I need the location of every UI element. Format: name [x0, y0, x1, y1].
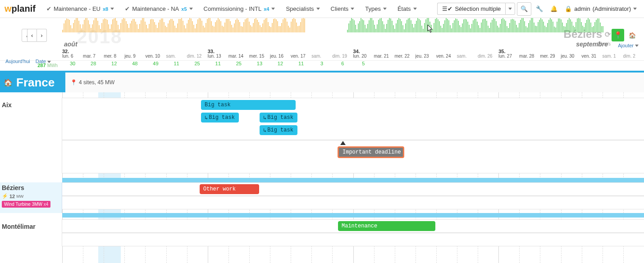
caret-icon: [633, 8, 637, 10]
stat-cell: [395, 61, 416, 70]
home-icon: 🏠: [4, 78, 13, 87]
day-cell: sam. 1: [602, 54, 623, 60]
region-header-row: 🏠 France 📍 4 sites, 45 MW: [0, 73, 644, 92]
task-big-child-1[interactable]: ↳Big task: [201, 113, 239, 122]
day-cell: jeu. 30: [561, 54, 581, 60]
turbine-tag[interactable]: Wind Turbine 3MW x4: [2, 201, 50, 208]
nav-types[interactable]: Types: [361, 3, 391, 15]
user-menu[interactable]: 🔒 admin (Administrator): [562, 5, 639, 12]
stat-cell: [374, 61, 394, 70]
nav-label: Maintenance - EU: [54, 5, 100, 12]
task-label: Big task: [209, 114, 235, 121]
chevron-right-icon: ›: [41, 32, 42, 39]
checklist-icon: ☰✔: [442, 5, 452, 12]
beziers-lane-1[interactable]: [62, 182, 644, 196]
multiselect-button[interactable]: ☰✔ Sélection multiple: [437, 3, 505, 15]
notifications-button[interactable]: 🔔: [548, 3, 560, 15]
timeline-header: 2018 août septembre 32.33.34.35. lun. 6m…: [62, 18, 644, 60]
task-deadline[interactable]: Important deadline: [338, 146, 404, 158]
prev-button[interactable]: ‹: [27, 29, 37, 42]
site-montelimar[interactable]: Montélimar: [0, 219, 62, 232]
stat-cell: [478, 61, 498, 70]
grid-columns: Big task ↳Big task ↳Big task ↳Big task I…: [62, 92, 644, 263]
caret-icon: [271, 8, 275, 10]
check-icon: ✔: [46, 5, 51, 12]
caret-icon: [413, 8, 417, 10]
site-name: Béziers: [2, 184, 59, 191]
site-beziers[interactable]: Béziers ⚡ 12 MW Wind Turbine 3MW x4: [0, 182, 62, 209]
nav-etats[interactable]: États: [393, 3, 421, 15]
stat-cell: 49: [145, 61, 166, 70]
day-cell: jeu. 9: [124, 54, 145, 60]
map-pin-icon: 📍: [70, 79, 77, 86]
site-aix[interactable]: Aix: [0, 98, 62, 110]
day-cell: lun. 6: [62, 54, 83, 60]
next-button[interactable]: ›: [37, 29, 46, 42]
search-icon: 🔍: [521, 5, 528, 12]
day-cell: mer. 8: [104, 54, 124, 60]
aix-tasks-lane[interactable]: [62, 98, 644, 140]
beziers-lane-2[interactable]: [62, 196, 644, 209]
search-button[interactable]: 🔍: [517, 2, 531, 16]
stat-cell: [498, 61, 519, 70]
caret-icon: [508, 8, 512, 10]
task-maintenance[interactable]: Maintenance: [338, 221, 435, 231]
caret-icon: [189, 8, 193, 10]
stat-cell: 5: [353, 61, 374, 70]
stat-cell: 13: [249, 61, 270, 70]
task-big[interactable]: Big task: [201, 100, 296, 110]
power-unit: MW: [16, 194, 23, 199]
nav-label: États: [397, 5, 411, 12]
day-cell: lun. 13: [208, 54, 228, 60]
montelimar-lane-2[interactable]: [62, 233, 644, 246]
stat-cell: [623, 61, 644, 70]
stat-cell: 11: [208, 61, 228, 70]
timeline-toolbar: ⤢ ‹ › Aujourd'hui Date Béziers ⟳ 10 m/s …: [0, 18, 644, 61]
task-other-work[interactable]: Other work: [200, 184, 259, 194]
settings-button[interactable]: 🔧: [533, 3, 546, 15]
deadline-marker-icon: [340, 141, 346, 145]
week-cell: 32.: [62, 49, 208, 54]
day-cell: mar. 14: [228, 54, 249, 60]
nav-specialists[interactable]: Specialists: [281, 3, 324, 15]
day-cell: dim. 2: [623, 54, 644, 60]
spark-green: [347, 18, 640, 32]
nav-clients[interactable]: Clients: [326, 3, 359, 15]
day-cell: lun. 27: [498, 54, 519, 60]
day-cell: dim. 26: [478, 54, 498, 60]
site-name: Montélimar: [2, 223, 59, 230]
nav-label: Commissioning - INTL: [204, 5, 262, 12]
spark-orange: [62, 18, 347, 32]
stats-total: 287 MWh: [0, 61, 62, 70]
bolt-icon: ⚡: [2, 193, 8, 199]
site-name: Aix: [2, 101, 59, 109]
month-left: août: [64, 41, 78, 48]
day-cell: dim. 12: [187, 54, 208, 60]
day-cell: mar. 7: [83, 54, 104, 60]
stat-cell: 25: [187, 61, 208, 70]
stat-cell: [602, 61, 623, 70]
subtask-icon: ↳: [263, 127, 266, 134]
month-right: septembre: [576, 41, 608, 48]
day-cell: mer. 29: [540, 54, 561, 60]
day-cell: sam.: [166, 54, 187, 60]
nav-commissioning[interactable]: Commissioning - INTL x4: [199, 3, 280, 15]
logo-rest: planif: [12, 4, 36, 14]
sites-column: Aix Béziers ⚡ 12 MW Wind Turbine 3MW x4 …: [0, 92, 62, 263]
nav-maintenance-na[interactable]: ✔ Maintenance - NA x5: [120, 3, 197, 15]
lock-icon: 🔒: [565, 5, 572, 12]
region-france[interactable]: 🏠 France: [0, 73, 65, 92]
stat-cell: 11: [291, 61, 311, 70]
region-info: 📍 4 sites, 45 MW: [70, 73, 114, 92]
task-big-child-2[interactable]: ↳Big task: [260, 113, 297, 122]
week-cell: 34.: [353, 49, 499, 54]
gantt-area: 287 MWh 302812484911251125131211365 🏠 Fr…: [0, 61, 644, 263]
nav-count: x4: [264, 6, 269, 12]
brand-logo[interactable]: wplanif: [5, 4, 40, 14]
caret-icon: [110, 8, 114, 10]
wrench-icon: 🔧: [536, 5, 543, 12]
task-big-child-3[interactable]: ↳Big task: [260, 125, 297, 135]
stats-total-unit: MWh: [47, 63, 58, 68]
nav-maintenance-eu[interactable]: ✔ Maintenance - EU x8: [42, 3, 119, 15]
multiselect-dropdown[interactable]: [505, 3, 515, 15]
